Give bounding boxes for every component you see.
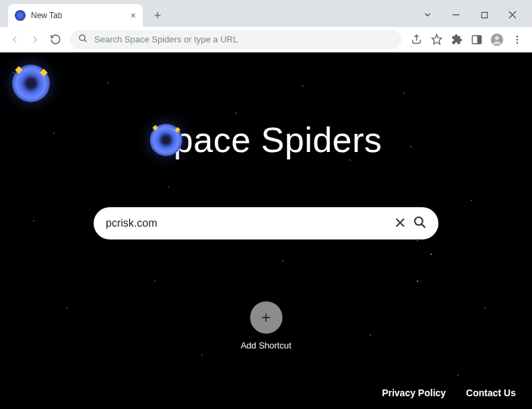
brand-logo: Space Spiders [150,120,383,160]
bookmark-icon[interactable] [427,30,446,49]
contact-link[interactable]: Contact Us [466,387,516,398]
svg-line-16 [422,224,425,227]
clear-icon[interactable]: ✕ [394,215,406,232]
plus-icon: + [250,301,282,334]
share-icon[interactable] [407,30,426,49]
profile-icon[interactable] [488,30,506,49]
search-input[interactable]: pcrisk.com ✕ [94,207,438,239]
close-window-button[interactable] [498,5,527,25]
svg-line-5 [84,40,86,42]
add-shortcut-button[interactable]: + Add Shortcut [240,301,291,350]
maximize-button[interactable] [470,5,498,25]
spider-logo-icon [12,65,50,102]
title-bar: New Tab × + [0,0,532,27]
forward-button[interactable] [26,30,44,49]
search-submit-icon[interactable] [413,215,426,231]
brand-title: Space Spiders [150,120,383,160]
window-controls [413,5,527,25]
svg-rect-9 [477,36,481,44]
browser-tab[interactable]: New Tab × [8,4,143,27]
tab-favicon-icon [15,10,26,21]
svg-point-14 [517,42,519,44]
footer-links: Privacy Policy Contact Us [382,387,516,398]
sidepanel-icon[interactable] [467,30,486,49]
back-button[interactable] [5,30,24,49]
spider-logo-icon [150,124,182,156]
new-tab-button[interactable]: + [148,6,167,25]
shortcut-label: Add Shortcut [240,340,291,350]
page-content: Space Spiders pcrisk.com ✕ + Add Shortcu… [0,52,532,409]
search-value: pcrisk.com [106,217,387,229]
omnibox-placeholder: Search Space Spiders or type a URL [94,34,393,44]
svg-rect-1 [481,12,487,17]
address-bar[interactable]: Search Space Spiders or type a URL [70,30,401,49]
reload-button[interactable] [46,30,65,49]
tab-title: New Tab [31,11,62,20]
svg-point-11 [495,36,499,40]
menu-icon[interactable] [508,30,527,49]
svg-point-15 [415,217,423,225]
search-icon [78,34,88,46]
extensions-icon[interactable] [447,30,466,49]
privacy-link[interactable]: Privacy Policy [382,387,446,398]
chevron-down-icon[interactable] [413,5,442,25]
svg-point-12 [517,36,519,38]
svg-point-4 [79,35,85,40]
svg-marker-7 [432,34,441,44]
close-tab-icon[interactable]: × [131,10,136,21]
svg-point-13 [517,38,519,40]
minimize-button[interactable] [442,5,470,25]
browser-toolbar: Search Space Spiders or type a URL [0,27,532,52]
